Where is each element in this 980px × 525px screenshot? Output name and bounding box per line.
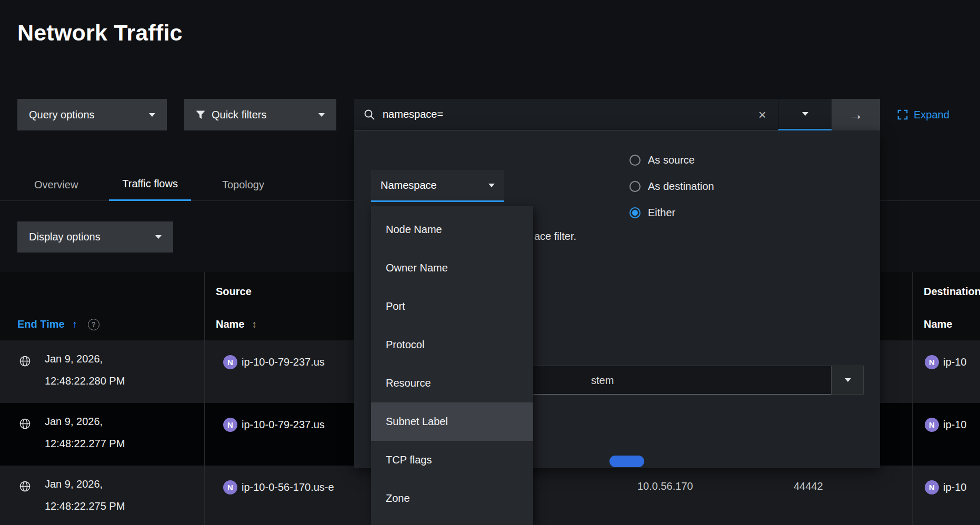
quick-filters-button[interactable]: Quick filters [184,99,336,130]
tab-topology[interactable]: Topology [209,168,277,201]
sort-both-icon: ↕ [252,319,257,330]
end-time-date: Jan 9, 2026, [45,353,103,365]
primary-pill-button[interactable] [609,456,644,467]
menu-item-node-name[interactable]: Node Name [371,210,533,249]
search-dropdown-toggle[interactable] [778,99,832,130]
tab-label: Topology [222,179,264,191]
display-options-button[interactable]: Display options [17,221,173,253]
source-name: ip-10-0-79-237.us [242,419,325,431]
source-name: ip-10-0-56-170.us-e [242,481,334,493]
filter-icon [196,110,205,119]
source-name-cell: N ip-10-0-79-237.us [223,355,325,369]
chevron-down-icon [318,113,325,117]
chevron-down-icon [155,235,162,239]
search-icon [364,109,375,120]
column-group-source: Source [216,286,252,298]
chevron-down-icon [802,112,808,116]
source-port: 44442 [794,480,823,492]
column-group-destination: Destination [924,286,980,298]
menu-item-resource[interactable]: Resource [371,364,533,402]
chevron-down-icon [149,113,155,117]
destination-name-cell: N ip-10 [925,480,966,494]
expand-label: Expand [914,109,949,121]
column-label: Name [216,318,244,330]
namespace-badge: N [223,480,237,494]
globe-icon [19,418,31,430]
source-name-cell: N ip-10-0-56-170.us-e [223,480,334,494]
help-icon[interactable]: ? [88,319,99,330]
tab-overview[interactable]: Overview [21,168,91,201]
clear-search-button[interactable]: × [756,108,768,122]
namespace-badge: N [223,418,237,432]
column-header-source-name[interactable]: Name ↕ [216,318,257,330]
filter-type-value: Namespace [381,179,437,191]
tab-traffic-flows[interactable]: Traffic flows [109,168,191,201]
sort-ascending-icon: ↑ [72,318,77,330]
chevron-down-icon [845,378,851,382]
expand-button[interactable]: Expand [897,99,949,130]
source-name: ip-10-0-79-237.us [242,356,325,368]
menu-item-tcp-flags[interactable]: TCP flags [371,441,533,479]
filter-value-text: stem [591,374,614,386]
destination-name: ip-10 [943,419,966,431]
menu-item-subnet-label[interactable]: Subnet Label [371,402,533,441]
end-time-time: 12:48:22.280 PM [45,375,125,387]
column-label: Name [924,318,952,330]
direction-radio-group: As source As destination Either [629,147,714,226]
source-ip: 10.0.56.170 [637,480,693,492]
chevron-down-icon [488,184,495,187]
filter-type-select[interactable]: Namespace [371,170,504,202]
display-options-label: Display options [29,231,101,243]
column-divider [204,272,205,525]
page-title: Network Traffic [17,20,183,46]
expand-icon [897,109,908,120]
globe-icon [19,355,31,367]
apply-filter-button[interactable]: → [832,99,880,130]
quick-filters-label: Quick filters [212,109,266,121]
radio-as-destination[interactable]: As destination [629,173,714,199]
filter-search-bar: × [354,99,778,130]
filter-hint-text: ace filter. [534,230,576,243]
destination-name-cell: N ip-10 [925,355,966,369]
namespace-badge: N [223,355,237,369]
namespace-badge: N [925,355,939,369]
namespace-badge: N [925,480,939,494]
destination-name-cell: N ip-10 [925,418,966,432]
end-time-time: 12:48:22.277 PM [45,438,125,450]
radio-label: Either [648,207,675,219]
query-options-button[interactable]: Query options [17,99,167,130]
radio-as-source[interactable]: As source [629,147,714,173]
radio-either[interactable]: Either [629,199,714,226]
end-time-date: Jan 9, 2026, [45,478,103,490]
column-header-destination-name[interactable]: Name [924,318,952,330]
globe-icon [19,480,31,492]
namespace-badge: N [925,418,939,432]
filter-type-menu: Node Name Owner Name Port Protocol Resou… [371,206,533,525]
menu-item-zone[interactable]: Zone [371,479,533,518]
destination-name: ip-10 [943,481,966,493]
menu-item-port[interactable]: Port [371,287,533,326]
network-traffic-page: Network Traffic Query options Quick filt… [0,0,980,525]
column-label: End Time [17,318,65,330]
filter-value-dropdown-toggle[interactable] [832,366,864,395]
destination-name: ip-10 [943,356,966,368]
radio-icon [629,155,641,166]
radio-label: As source [648,154,695,166]
source-name-cell: N ip-10-0-79-237.us [223,418,325,432]
radio-icon [629,181,641,192]
menu-item-owner-name[interactable]: Owner Name [371,249,533,287]
radio-selected-icon [629,207,641,218]
column-divider [912,272,913,525]
query-options-label: Query options [29,109,95,121]
tab-label: Overview [34,179,78,191]
end-time-date: Jan 9, 2026, [45,416,103,428]
end-time-time: 12:48:22.275 PM [45,500,125,512]
search-input[interactable] [383,108,749,120]
menu-item-protocol[interactable]: Protocol [371,326,533,364]
tab-label: Traffic flows [122,178,178,190]
radio-label: As destination [648,180,714,193]
column-header-end-time[interactable]: End Time ↑ ? [17,318,99,330]
